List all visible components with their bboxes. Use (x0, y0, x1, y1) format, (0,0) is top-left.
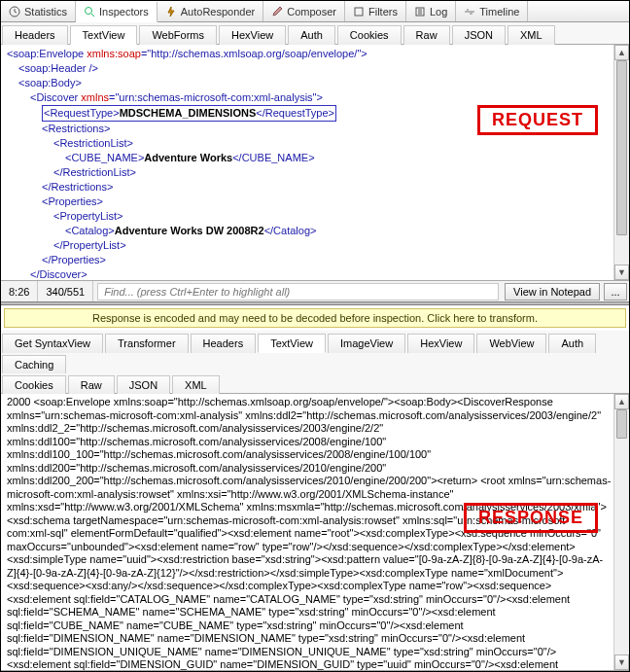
req-tab-cookies[interactable]: Cookies (337, 25, 402, 45)
request-overlay-label: REQUEST (477, 105, 598, 135)
req-tab-webforms[interactable]: WebForms (139, 25, 217, 45)
tab-timeline[interactable]: Timeline (456, 1, 528, 21)
resp-tab-hexview[interactable]: HexView (407, 334, 474, 353)
tab-label: Filters (368, 6, 398, 18)
main-tabs: Statistics Inspectors AutoResponder Comp… (1, 1, 629, 22)
timeline-icon (464, 6, 475, 18)
pencil-icon (271, 6, 283, 18)
svg-rect-2 (355, 8, 363, 16)
req-tab-headers[interactable]: Headers (2, 25, 68, 45)
tab-label: Statistics (24, 6, 67, 18)
scroll-thumb[interactable] (616, 409, 627, 439)
resp-tab-caching[interactable]: Caching (2, 355, 66, 373)
tab-label: Inspectors (99, 6, 149, 18)
tab-filters[interactable]: Filters (345, 1, 406, 21)
clock-icon (9, 6, 20, 18)
bolt-icon (165, 6, 177, 18)
tab-log[interactable]: Log (406, 1, 456, 21)
req-tab-xml[interactable]: XML (508, 25, 555, 45)
response-pane: 2000 <soap:Envelope xmlns:soap="http://s… (1, 394, 629, 670)
response-subtabs-row2: Cookies Raw JSON XML (1, 372, 629, 394)
scroll-thumb[interactable] (616, 60, 627, 235)
view-in-notepad-button[interactable]: View in Notepad (505, 283, 600, 301)
request-subtabs: Headers TextView WebForms HexView Auth C… (1, 22, 629, 45)
resp-tab-cookies[interactable]: Cookies (2, 375, 66, 394)
resp-tab-raw[interactable]: Raw (68, 375, 115, 394)
resp-tab-getsyntaxview[interactable]: Get SyntaxView (2, 334, 103, 353)
tab-label: AutoResponder (181, 6, 255, 18)
log-icon (414, 6, 426, 18)
scroll-up-icon[interactable]: ▲ (614, 394, 629, 409)
magnifier-icon (84, 6, 95, 18)
resp-tab-webview[interactable]: WebView (476, 334, 546, 353)
tab-label: Composer (287, 6, 336, 18)
cursor-pos: 8:26 (1, 281, 38, 301)
request-pane: <soap:Envelope xmlns:soap="http://schema… (1, 45, 629, 280)
req-tab-textview[interactable]: TextView (70, 25, 138, 45)
decode-banner[interactable]: Response is encoded and may need to be d… (4, 308, 626, 328)
resp-tab-textview[interactable]: TextView (258, 334, 326, 353)
req-tab-json[interactable]: JSON (452, 25, 506, 45)
scroll-up-icon[interactable]: ▲ (614, 45, 629, 60)
resp-tab-headers[interactable]: Headers (191, 334, 257, 353)
svg-point-1 (86, 8, 92, 15)
resp-tab-imageview[interactable]: ImageView (328, 334, 405, 353)
req-tab-auth[interactable]: Auth (288, 25, 335, 45)
scroll-down-icon[interactable]: ▼ (614, 654, 629, 670)
filter-icon (353, 6, 365, 18)
response-subtabs-row1: Get SyntaxView Transformer Headers TextV… (1, 331, 629, 372)
scroll-down-icon[interactable]: ▼ (614, 265, 629, 280)
tab-inspectors[interactable]: Inspectors (76, 2, 158, 22)
find-input[interactable] (97, 283, 499, 301)
req-tab-hexview[interactable]: HexView (219, 25, 286, 45)
splitter[interactable] (1, 301, 629, 305)
tab-composer[interactable]: Composer (263, 1, 345, 21)
resp-tab-xml[interactable]: XML (172, 375, 220, 394)
tab-statistics[interactable]: Statistics (1, 1, 76, 21)
tab-autoresponder[interactable]: AutoResponder (158, 1, 263, 21)
request-body[interactable]: <soap:Envelope xmlns:soap="http://schema… (1, 45, 629, 280)
tab-label: Log (430, 6, 447, 18)
selection-size: 340/551 (38, 281, 93, 301)
response-overlay-label: RESPONSE (464, 503, 598, 533)
resp-tab-json[interactable]: JSON (117, 375, 170, 394)
more-button[interactable]: ... (604, 283, 627, 301)
tab-label: Timeline (479, 6, 519, 18)
scrollbar[interactable]: ▲ ▼ (613, 394, 629, 670)
request-statusbar: 8:26 340/551 View in Notepad ... (1, 280, 629, 301)
resp-tab-transformer[interactable]: Transformer (105, 334, 189, 353)
req-tab-raw[interactable]: Raw (403, 25, 450, 45)
scrollbar[interactable]: ▲ ▼ (613, 45, 629, 280)
resp-tab-auth[interactable]: Auth (548, 334, 596, 353)
